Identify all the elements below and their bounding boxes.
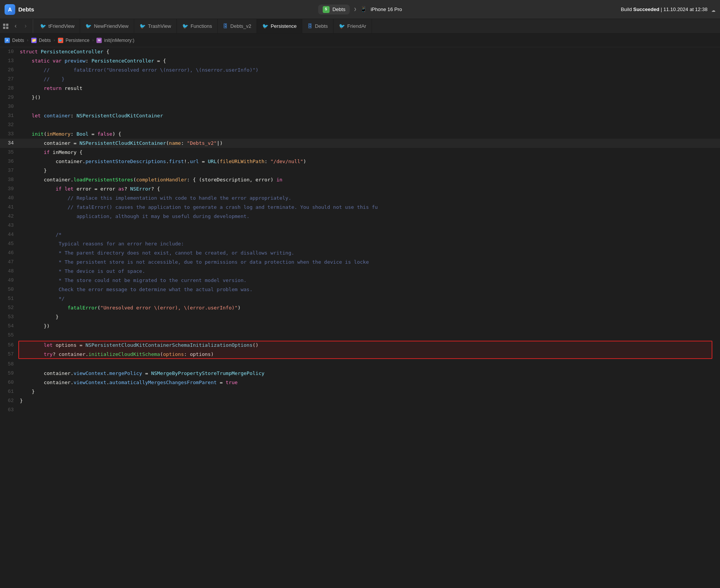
code-row-48: 48 * The device is out of space. [0,267,720,276]
tab-Functions[interactable]: 🐦 Functions [177,19,218,33]
grid-view-button[interactable] [2,22,10,30]
code-row-53: 53 } [0,312,720,322]
code-row-58: 58 [0,360,720,369]
tab-label-FriendAr: FriendAr [347,23,366,29]
code-row-60: 60 container.viewContext.automaticallyMe… [0,378,720,387]
code-row-62: 62 } [0,396,720,405]
scheme-selector[interactable]: S Debts [318,5,350,14]
code-text-50: Check the error message to determine wha… [18,285,252,294]
breadcrumb-sep-3: › [92,38,95,43]
code-text-62: } [18,396,23,405]
line-num-59: 59 [0,369,18,378]
code-row-54: 54 }) [0,322,720,331]
breadcrumb-label-debts-folder: Debts [39,38,51,43]
code-text-42: application, although it may be useful d… [18,212,250,221]
code-row-26: 26 // fatalError("Unresolved error \(nse… [0,66,720,75]
tab-label-Functions: Functions [191,23,212,29]
code-text-13: static var preview: PersistenceControlle… [18,56,166,66]
line-num-43: 43 [0,221,18,230]
line-num-48: 48 [0,267,18,276]
tab-label-Debts_v2: Debts_v2 [230,23,251,29]
line-num-60: 60 [0,378,18,387]
breadcrumb-method-icon: M [96,38,102,43]
scheme-icon: S [322,6,329,13]
code-row-42: 42 application, although it may be usefu… [0,212,720,221]
breadcrumb-label-debts-app: Debts [12,38,24,43]
breadcrumb-sep-2: › [53,38,56,43]
code-text-33: init(inMemory: Bool = false) { [18,130,121,139]
code-row-36: 36 container.persistentStoreDescriptions… [0,157,720,166]
tab-label-TrashView: TrashView [148,23,171,29]
code-text-41: // fatalError() causes the application t… [18,203,378,212]
line-num-36: 36 [0,157,18,166]
code-area: 10 struct PersistenceController { 13 sta… [0,47,720,588]
code-text-27: // } [18,75,64,84]
line-num-38: 38 [0,175,18,184]
code-row-47: 47 * The persistent store is not accessi… [0,258,720,267]
code-row-10: 10 struct PersistenceController { [0,47,720,56]
code-row-45: 45 Typical reasons for an error here inc… [0,239,720,248]
line-num-31: 31 [0,111,18,120]
breadcrumb-app-icon: A [5,38,10,43]
tab-tFriendView[interactable]: 🐦 tFriendView [35,19,80,33]
title-bar-left: A Debts [5,4,621,15]
line-num-40: 40 [0,194,18,203]
code-text-58 [18,360,20,369]
line-num-39: 39 [0,184,18,194]
breadcrumb-debts-folder[interactable]: 📁 Debts [31,38,51,43]
code-text-28: return result [18,84,82,93]
line-num-56: 56 [0,341,18,350]
line-num-53: 53 [0,312,18,322]
separator-chevron: ❯ [354,6,356,12]
tab-label-Persistence: Persistence [271,23,297,29]
line-num-34: 34 [0,139,18,148]
build-status: Build Succeeded | 11.10.2024 at 12:38 [621,6,707,12]
tab-FriendAr[interactable]: 🐦 FriendAr [334,19,372,33]
code-editor[interactable]: 10 struct PersistenceController { 13 sta… [0,47,720,588]
title-bar-right: Build Succeeded | 11.10.2024 at 12:38 ☁️ [621,5,715,14]
tab-NewFriendView[interactable]: 🐦 NewFriendView [80,19,134,33]
code-text-34: container = NSPersistentCloudKitContaine… [18,139,223,148]
swift-icon-tFriendView: 🐦 [40,23,46,29]
breadcrumb-persistence[interactable]: 🐦 Persistence [58,38,90,43]
code-text-63 [18,405,20,415]
breadcrumb-init[interactable]: M init(inMemory:) [96,38,134,43]
title-bar-center[interactable]: S Debts ❯ 📱 iPhone 16 Pro [318,5,402,14]
tab-back-button[interactable]: ‹ [11,22,20,30]
code-row-63: 63 [0,405,720,415]
tab-Debts[interactable]: 🗄 Debts [302,19,334,33]
code-row-35: 35 if inMemory { [0,148,720,157]
code-row-40: 40 // Replace this implementation with c… [0,194,720,203]
line-num-33: 33 [0,130,18,139]
code-content-area: 10 struct PersistenceController { 13 sta… [0,47,720,588]
tab-Debts_v2[interactable]: 🗄 Debts_v2 [218,19,257,33]
tab-label-Debts: Debts [315,23,328,29]
code-row-27: 27 // } [0,75,720,84]
breadcrumb-swift-icon: 🐦 [58,38,63,43]
selection-box-container: 56 let options = NSPersistentCloudKitCon… [0,341,720,359]
title-bar: A Debts S Debts ❯ 📱 iPhone 16 Pro Build … [0,0,720,19]
tab-forward-button[interactable]: › [21,22,30,30]
code-text-49: * The store could not be migrated to the… [18,276,247,285]
code-row-29: 29 }() [0,93,720,102]
code-row-28: 28 return result [0,84,720,93]
tab-label-NewFriendView: NewFriendView [94,23,128,29]
code-row-50: 50 Check the error message to determine … [0,285,720,294]
code-text-43 [18,221,20,230]
tab-Persistence[interactable]: 🐦 Persistence [257,19,302,33]
line-num-49: 49 [0,276,18,285]
breadcrumb-sep-1: › [26,38,29,43]
swift-icon-Functions: 🐦 [182,23,188,29]
code-text-51: */ [18,294,64,303]
code-text-32 [18,120,20,130]
code-text-52: fatalError("Unresolved error \(error), \… [18,303,241,312]
line-num-44: 44 [0,230,18,239]
line-num-30: 30 [0,102,18,111]
line-num-58: 58 [0,360,18,369]
swift-icon-FriendAr: 🐦 [339,23,345,29]
code-row-31: 31 let container: NSPersistentCloudKitCo… [0,111,720,120]
line-num-35: 35 [0,148,18,157]
line-num-29: 29 [0,93,18,102]
tab-TrashView[interactable]: 🐦 TrashView [134,19,177,33]
breadcrumb-debts-app[interactable]: A Debts [5,38,24,43]
